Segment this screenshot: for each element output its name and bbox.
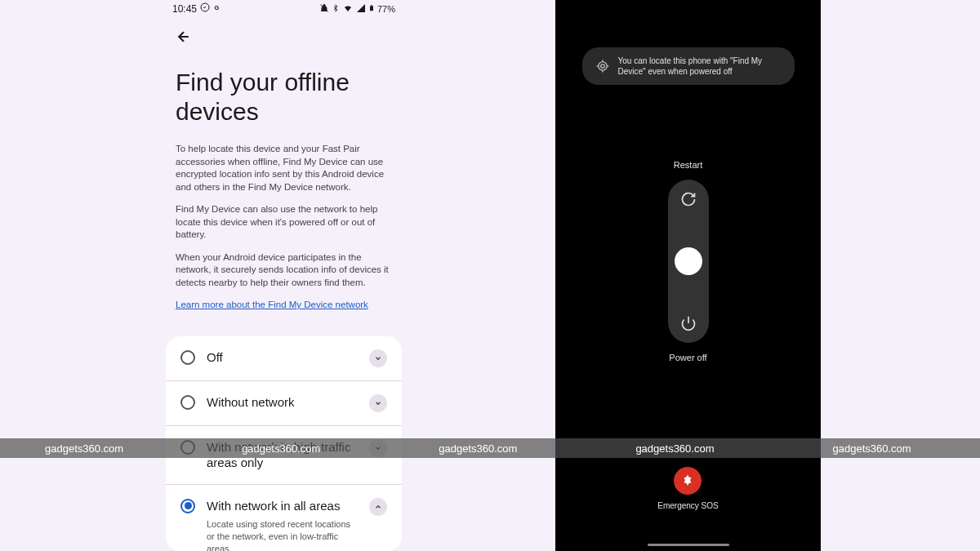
option-without-network[interactable]: Without network	[166, 381, 402, 426]
emergency-icon	[674, 467, 702, 495]
notification-off-icon	[319, 3, 329, 15]
notification-text: You can locate this phone with "Find My …	[618, 56, 782, 77]
whatsapp-icon	[200, 2, 210, 15]
find-device-notification: You can locate this phone with "Find My …	[582, 47, 795, 85]
wifi-icon	[342, 3, 354, 15]
emergency-sos-button[interactable]: Emergency SOS	[657, 467, 718, 510]
power-menu: Restart Power off	[668, 160, 709, 362]
chevron-down-icon[interactable]	[369, 394, 387, 412]
power-icon[interactable]	[680, 315, 697, 331]
power-slider[interactable]	[668, 180, 709, 343]
learn-more-link[interactable]: Learn more about the Find My Device netw…	[176, 300, 368, 309]
battery-percent: 77%	[377, 4, 395, 14]
emergency-label: Emergency SOS	[657, 501, 718, 510]
signal-icon	[356, 3, 366, 15]
watermark: gadgets360.com	[242, 442, 320, 455]
svg-text:G: G	[214, 4, 219, 11]
watermark: gadgets360.com	[833, 442, 911, 455]
option-label: Off	[207, 349, 358, 366]
option-off[interactable]: Off	[166, 336, 402, 381]
watermark: gadgets360.com	[439, 442, 517, 455]
option-description: Locate using stored recent locations or …	[207, 518, 358, 551]
svg-rect-4	[371, 5, 372, 6]
restart-label: Restart	[674, 160, 702, 170]
radio-without-network[interactable]	[180, 395, 195, 410]
settings-screen: 10:45 G 77%	[159, 0, 408, 551]
svg-point-5	[600, 64, 604, 69]
option-label: With network in all areas	[207, 498, 358, 514]
radio-all-areas[interactable]	[180, 499, 195, 513]
location-icon	[595, 59, 610, 73]
watermark: gadgets360.com	[45, 442, 123, 455]
google-icon: G	[213, 3, 222, 15]
power-menu-screen: You can locate this phone with "Find My …	[555, 0, 821, 551]
chevron-down-icon[interactable]	[369, 349, 387, 367]
back-button[interactable]	[159, 17, 408, 60]
option-label: Without network	[207, 394, 358, 411]
radio-off[interactable]	[180, 350, 195, 365]
status-time: 10:45	[172, 3, 197, 15]
watermark-strip: gadgets360.com gadgets360.com gadgets360…	[0, 438, 980, 458]
description-3: When your Android device participates in…	[176, 251, 392, 290]
description-1: To help locate this device and your Fast…	[176, 143, 392, 193]
restart-icon[interactable]	[680, 191, 697, 207]
status-bar: 10:45 G 77%	[159, 0, 408, 17]
svg-point-6	[598, 62, 607, 71]
bluetooth-icon	[332, 3, 340, 15]
slider-handle[interactable]	[675, 247, 702, 275]
page-title: Find your offline devices	[159, 60, 408, 143]
description-block: To help locate this device and your Fast…	[159, 143, 408, 322]
watermark: gadgets360.com	[635, 442, 714, 455]
option-all-areas[interactable]: With network in all areas Locate using s…	[166, 485, 402, 551]
home-indicator[interactable]	[648, 544, 729, 546]
battery-icon	[368, 3, 375, 15]
poweroff-label: Power off	[669, 353, 706, 362]
chevron-up-icon[interactable]	[369, 498, 387, 516]
description-2: Find My Device can also use the network …	[176, 203, 392, 242]
svg-rect-3	[370, 6, 373, 11]
